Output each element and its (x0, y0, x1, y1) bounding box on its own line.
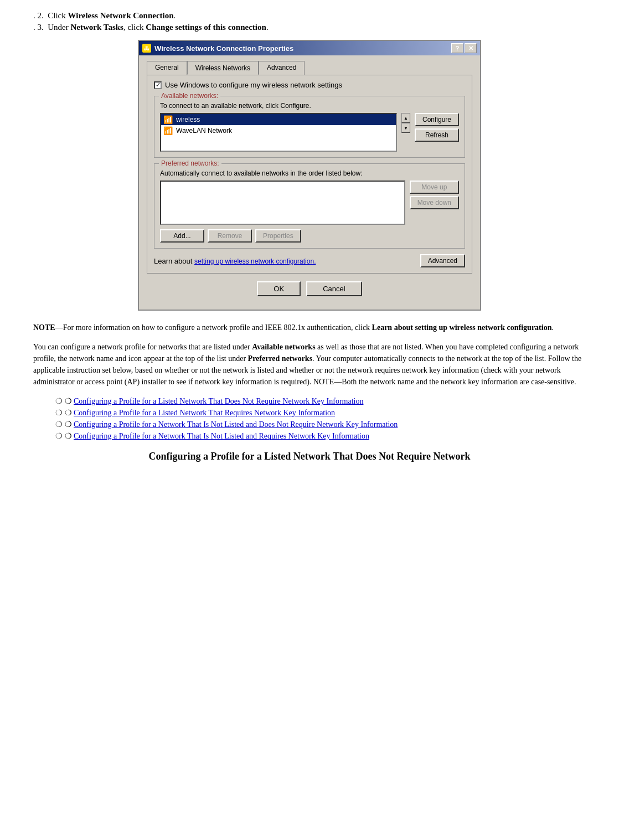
wavelan-icon: 📶 (163, 126, 173, 135)
available-networks-group: Available networks: To connect to an ava… (154, 96, 465, 158)
titlebar-left: 🖧 Wireless Network Connection Properties (142, 44, 293, 53)
list-bullet: ❍ (65, 432, 74, 440)
link-item-4: ❍ Configuring a Profile for a Network Th… (55, 431, 586, 441)
dialog-footer: OK Cancel (147, 281, 472, 302)
preferred-networks-label: Preferred networks: (159, 159, 221, 167)
step-2-bold: Wireless Network Connection (68, 11, 174, 20)
preferred-list-row: Move up Move down (160, 181, 459, 225)
available-networks-label: Available networks: (159, 92, 220, 100)
add-button[interactable]: Add... (160, 229, 204, 243)
available-networks-desc: To connect to an available network, clic… (160, 102, 459, 110)
link-1[interactable]: Configuring a Profile for a Listed Netwo… (74, 397, 363, 405)
note-section: NOTE—For more information on how to conf… (33, 322, 586, 333)
checkbox-label: Use Windows to configure my wireless net… (165, 81, 342, 89)
tab-advanced[interactable]: Advanced (259, 61, 305, 75)
preferred-networks-desc: Automatically connect to available netwo… (160, 169, 459, 177)
preferred-networks-list[interactable] (160, 181, 405, 225)
dialog-window: 🖧 Wireless Network Connection Properties… (138, 40, 481, 311)
scroll-down-btn[interactable]: ▼ (401, 123, 410, 133)
available-networks-list[interactable]: 📶 wireless 📶 WaveLAN Network (160, 113, 397, 152)
dialog-container: 🖧 Wireless Network Connection Properties… (33, 40, 586, 311)
link-list: ❍ Configuring a Profile for a Listed Net… (55, 396, 586, 441)
dialog-titlebar: 🖧 Wireless Network Connection Properties… (139, 41, 480, 55)
link-4[interactable]: Configuring a Profile for a Network That… (74, 432, 369, 440)
checkbox-row: ✓ Use Windows to configure my wireless n… (154, 81, 465, 89)
network-list-row: 📶 wireless 📶 WaveLAN Network ▲ ▼ (160, 113, 459, 152)
list-bullet: ❍ (65, 420, 74, 429)
close-button[interactable]: ✕ (465, 43, 477, 53)
tab-general[interactable]: General (147, 61, 187, 75)
configure-button[interactable]: Configure (415, 113, 459, 126)
preferred-networks-group: Preferred networks: Automatically connec… (154, 163, 465, 249)
learn-link[interactable]: setting up wireless network configuratio… (194, 257, 316, 265)
move-down-button[interactable]: Move down (410, 196, 459, 209)
use-windows-checkbox[interactable]: ✓ (154, 81, 162, 89)
link-item-3: ❍ Configuring a Profile for a Network Th… (55, 420, 586, 429)
network-item-wireless[interactable]: 📶 wireless (161, 114, 396, 125)
available-net-buttons: Configure Refresh (415, 113, 459, 152)
note-period: . (551, 323, 554, 332)
bottom-row: Learn about setting up wireless network … (154, 254, 465, 267)
learn-about-static: Learn about (154, 257, 194, 265)
network-name-wireless: wireless (176, 116, 200, 123)
step-3-bold1: Network Tasks (71, 23, 123, 32)
list-bullet: ❍ (65, 397, 74, 405)
refresh-button[interactable]: Refresh (415, 128, 459, 142)
network-item-wavelan[interactable]: 📶 WaveLAN Network (161, 125, 396, 136)
section-heading: Configuring a Profile for a Listed Netwo… (33, 451, 586, 462)
note-text: For more information on how to configure… (63, 323, 372, 332)
scroll-area: ▲ ▼ (401, 113, 410, 152)
preferred-action-buttons: Add... Remove Properties (160, 229, 459, 243)
link-item-2: ❍ Configuring a Profile for a Listed Net… (55, 408, 586, 418)
properties-button[interactable]: Properties (255, 229, 301, 243)
list-bullet: ❍ (65, 409, 74, 417)
titlebar-buttons[interactable]: ? ✕ (451, 43, 477, 53)
link-2[interactable]: Configuring a Profile for a Listed Netwo… (74, 409, 335, 417)
step-3-bold2: Change settings of this connection (146, 23, 266, 32)
dialog-title: Wireless Network Connection Properties (154, 44, 293, 53)
step-num: 2. (38, 11, 44, 20)
step-3: 3. Under Network Tasks, click Change set… (33, 23, 586, 32)
dialog-content: General Wireless Networks Advanced ✓ Use… (139, 55, 480, 310)
wireless-icon: 📶 (163, 115, 173, 124)
body-paragraph: You can configure a network profile for … (33, 341, 586, 388)
link-3[interactable]: Configuring a Profile for a Network That… (74, 420, 398, 429)
tab-bar: General Wireless Networks Advanced (147, 61, 472, 75)
titlebar-icon: 🖧 (142, 44, 151, 53)
step-num: 3. (38, 23, 44, 32)
note-em-dash: — (55, 323, 63, 332)
note-prefix: NOTE (33, 323, 55, 332)
note-bold-link[interactable]: Learn about setting up wireless network … (372, 323, 552, 332)
preferred-networks-bold: Preferred networks (248, 354, 313, 363)
ok-button[interactable]: OK (257, 281, 301, 296)
network-name-wavelan: WaveLAN Network (176, 127, 232, 135)
tab-panel: ✓ Use Windows to configure my wireless n… (147, 75, 472, 274)
scroll-up-btn[interactable]: ▲ (401, 113, 410, 123)
advanced-button[interactable]: Advanced (420, 254, 465, 267)
step-2: 2. Click Wireless Network Connection. (33, 11, 586, 20)
remove-button[interactable]: Remove (208, 229, 252, 243)
move-up-button[interactable]: Move up (410, 181, 459, 194)
tab-wireless-networks[interactable]: Wireless Networks (187, 61, 259, 75)
cancel-button[interactable]: Cancel (306, 281, 362, 296)
link-item-1: ❍ Configuring a Profile for a Listed Net… (55, 396, 586, 406)
available-networks-bold: Available networks (252, 343, 315, 351)
steps-list: 2. Click Wireless Network Connection. 3.… (33, 11, 586, 32)
move-buttons: Move up Move down (410, 181, 459, 225)
help-button[interactable]: ? (451, 43, 463, 53)
learn-text: Learn about setting up wireless network … (154, 257, 316, 265)
